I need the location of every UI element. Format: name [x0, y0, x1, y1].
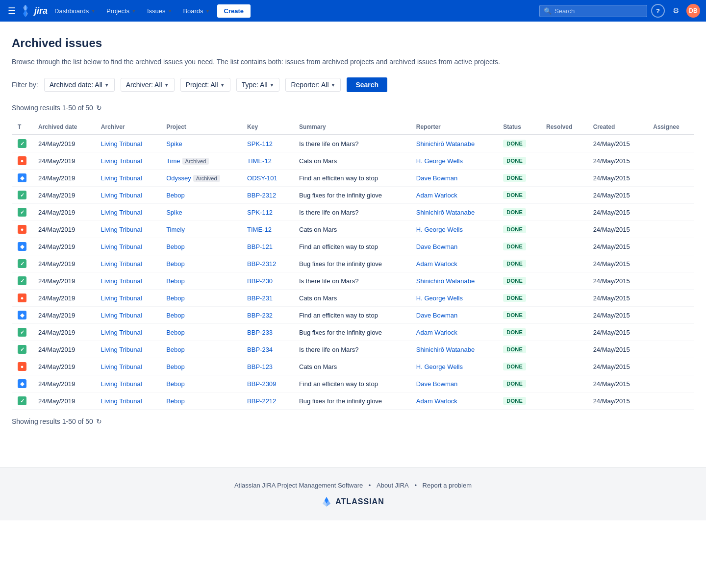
footer-link-about[interactable]: About JIRA [377, 482, 409, 489]
project-filter[interactable]: Project: All ▼ [180, 78, 230, 92]
key-link[interactable]: SPK-112 [247, 209, 273, 216]
archiver-link[interactable]: Living Tribunal [101, 174, 142, 182]
archiver-link[interactable]: Living Tribunal [101, 226, 142, 233]
archiver-link[interactable]: Living Tribunal [101, 140, 142, 147]
key-link[interactable]: TIME-12 [247, 226, 272, 233]
create-button[interactable]: Create [217, 4, 251, 18]
reporter-link[interactable]: H. George Wells [416, 226, 463, 233]
project-link[interactable]: Timely [166, 226, 185, 233]
table-row[interactable]: ✓ 24/May/2019 Living Tribunal Bebop BBP-… [12, 324, 694, 341]
footer-link-jira[interactable]: Atlassian JIRA Project Management Softwa… [234, 482, 363, 489]
project-link[interactable]: Bebop [166, 329, 185, 336]
project-link[interactable]: Time [166, 157, 180, 165]
key-link[interactable]: ODSY-101 [247, 174, 277, 182]
project-link[interactable]: Bebop [166, 294, 185, 302]
project-link[interactable]: Spike [166, 140, 182, 147]
table-row[interactable]: ✓ 24/May/2019 Living Tribunal Bebop BBP-… [12, 272, 694, 290]
settings-button[interactable]: ⚙ [669, 4, 682, 18]
reporter-link[interactable]: Dave Bowman [416, 380, 458, 388]
key-link[interactable]: BBP-121 [247, 243, 273, 250]
jira-logo[interactable]: jira [20, 5, 48, 17]
project-link[interactable]: Bebop [166, 243, 185, 250]
project-link[interactable]: Odyssey [166, 174, 191, 182]
footer-link-problem[interactable]: Report a problem [423, 482, 472, 489]
user-avatar[interactable]: DB [686, 4, 700, 18]
table-row[interactable]: ◆ 24/May/2019 Living Tribunal Bebop BBP-… [12, 375, 694, 392]
archiver-link[interactable]: Living Tribunal [101, 329, 142, 336]
key-link[interactable]: BBP-123 [247, 363, 273, 370]
search-button[interactable]: Search [347, 77, 387, 92]
table-row[interactable]: ✓ 24/May/2019 Living Tribunal Spike SPK-… [12, 204, 694, 221]
key-link[interactable]: BBP-232 [247, 312, 273, 319]
reporter-filter[interactable]: Reporter: All ▼ [285, 78, 341, 92]
archiver-link[interactable]: Living Tribunal [101, 380, 142, 388]
reporter-link[interactable]: Dave Bowman [416, 243, 458, 250]
reporter-link[interactable]: Dave Bowman [416, 312, 458, 319]
archiver-link[interactable]: Living Tribunal [101, 209, 142, 216]
reporter-link[interactable]: Dave Bowman [416, 174, 458, 182]
archived-date-filter[interactable]: Archived date: All ▼ [44, 78, 115, 92]
key-link[interactable]: BBP-230 [247, 277, 273, 285]
archiver-link[interactable]: Living Tribunal [101, 157, 142, 165]
key-link[interactable]: BBP-2312 [247, 192, 276, 199]
key-link[interactable]: TIME-12 [247, 157, 272, 165]
nav-search-bar[interactable]: 🔍 [539, 5, 647, 17]
table-row[interactable]: ✓ 24/May/2019 Living Tribunal Spike SPK-… [12, 135, 694, 152]
table-row[interactable]: ✓ 24/May/2019 Living Tribunal Bebop BBP-… [12, 255, 694, 272]
key-link[interactable]: BBP-234 [247, 346, 273, 353]
nav-projects[interactable]: Projects ▼ [101, 4, 141, 18]
reporter-link[interactable]: Shinichirō Watanabe [416, 140, 475, 147]
archiver-link[interactable]: Living Tribunal [101, 277, 142, 285]
reporter-link[interactable]: H. George Wells [416, 157, 463, 165]
nav-boards[interactable]: Boards ▼ [178, 4, 215, 18]
reporter-link[interactable]: Adam Warlock [416, 260, 457, 268]
table-row[interactable]: ● 24/May/2019 Living Tribunal Bebop BBP-… [12, 290, 694, 307]
search-input[interactable] [555, 7, 643, 15]
project-link[interactable]: Bebop [166, 312, 185, 319]
project-link[interactable]: Bebop [166, 192, 185, 199]
archiver-filter[interactable]: Archiver: All ▼ [121, 78, 175, 92]
project-link[interactable]: Bebop [166, 346, 185, 353]
archiver-link[interactable]: Living Tribunal [101, 260, 142, 268]
menu-icon[interactable]: ☰ [6, 3, 18, 18]
reporter-link[interactable]: H. George Wells [416, 363, 463, 370]
refresh-icon[interactable]: ↻ [96, 104, 102, 112]
table-row[interactable]: ✓ 24/May/2019 Living Tribunal Bebop BBP-… [12, 341, 694, 358]
table-row[interactable]: ◆ 24/May/2019 Living Tribunal Bebop BBP-… [12, 238, 694, 255]
table-row[interactable]: ● 24/May/2019 Living Tribunal TimeArchiv… [12, 152, 694, 170]
nav-issues[interactable]: Issues ▼ [142, 4, 177, 18]
refresh-icon-bottom[interactable]: ↻ [96, 417, 102, 425]
table-row[interactable]: ◆ 24/May/2019 Living Tribunal OdysseyArc… [12, 170, 694, 187]
project-link[interactable]: Bebop [166, 380, 185, 388]
reporter-link[interactable]: H. George Wells [416, 294, 463, 302]
key-link[interactable]: BBP-2312 [247, 260, 276, 268]
project-link[interactable]: Bebop [166, 277, 185, 285]
key-link[interactable]: BBP-2212 [247, 397, 276, 405]
key-link[interactable]: SPK-112 [247, 140, 273, 147]
archiver-link[interactable]: Living Tribunal [101, 192, 142, 199]
archiver-link[interactable]: Living Tribunal [101, 294, 142, 302]
archiver-link[interactable]: Living Tribunal [101, 243, 142, 250]
reporter-link[interactable]: Shinichirō Watanabe [416, 209, 475, 216]
reporter-link[interactable]: Adam Warlock [416, 329, 457, 336]
reporter-link[interactable]: Adam Warlock [416, 192, 457, 199]
project-link[interactable]: Bebop [166, 397, 185, 405]
archiver-link[interactable]: Living Tribunal [101, 363, 142, 370]
reporter-link[interactable]: Adam Warlock [416, 397, 457, 405]
table-row[interactable]: ✓ 24/May/2019 Living Tribunal Bebop BBP-… [12, 392, 694, 410]
key-link[interactable]: BBP-233 [247, 329, 273, 336]
project-link[interactable]: Bebop [166, 363, 185, 370]
help-button[interactable]: ? [651, 4, 665, 18]
reporter-link[interactable]: Shinichirō Watanabe [416, 346, 475, 353]
table-row[interactable]: ● 24/May/2019 Living Tribunal Timely TIM… [12, 221, 694, 238]
archiver-link[interactable]: Living Tribunal [101, 346, 142, 353]
project-link[interactable]: Spike [166, 209, 182, 216]
type-filter[interactable]: Type: All ▼ [236, 78, 280, 92]
archiver-link[interactable]: Living Tribunal [101, 397, 142, 405]
table-row[interactable]: ● 24/May/2019 Living Tribunal Bebop BBP-… [12, 358, 694, 375]
table-row[interactable]: ✓ 24/May/2019 Living Tribunal Bebop BBP-… [12, 187, 694, 204]
project-link[interactable]: Bebop [166, 260, 185, 268]
nav-dashboards[interactable]: Dashboards ▼ [50, 4, 101, 18]
archiver-link[interactable]: Living Tribunal [101, 312, 142, 319]
reporter-link[interactable]: Shinichirō Watanabe [416, 277, 475, 285]
